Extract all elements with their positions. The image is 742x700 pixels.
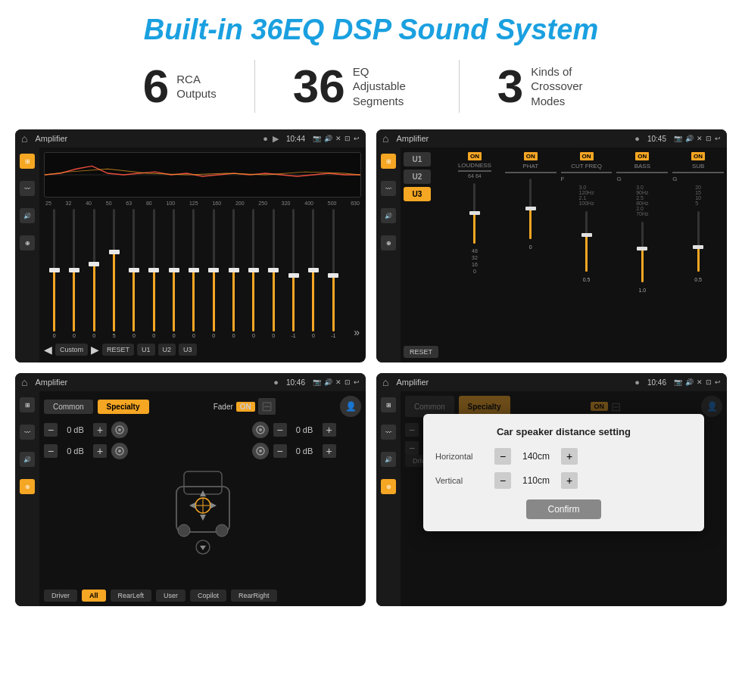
eq-custom-btn[interactable]: Custom — [55, 344, 88, 356]
cross-balance-icon[interactable]: ⊕ — [381, 235, 396, 250]
loudness-on-badge[interactable]: ON — [468, 152, 482, 160]
eq-next-arrow[interactable]: » — [344, 326, 360, 338]
fader-copilot-btn[interactable]: Copilot — [190, 590, 226, 602]
dist-close-icon[interactable]: ✕ — [697, 378, 703, 386]
eq-balance-icon[interactable]: ⊕ — [20, 235, 35, 250]
eq-u3-btn[interactable]: U3 — [179, 344, 197, 356]
bass-on-badge[interactable]: ON — [635, 152, 649, 160]
eq-slider-14[interactable]: -1 — [325, 209, 342, 338]
eq-back-icon[interactable]: ↩ — [354, 135, 360, 142]
modal-horizontal-minus[interactable]: − — [494, 448, 511, 465]
fader-profile-icon[interactable]: 👤 — [340, 396, 361, 417]
dist-filter-icon[interactable]: ⊞ — [381, 397, 396, 412]
eq-slider-5[interactable]: 0 — [145, 209, 163, 338]
eq-close-icon[interactable]: ✕ — [335, 135, 341, 142]
fader-user-btn[interactable]: User — [156, 590, 186, 602]
dist-profile-icon[interactable]: 👤 — [701, 396, 722, 417]
fader-fl-plus[interactable]: + — [93, 423, 107, 437]
fader-common-tab[interactable]: Common — [44, 400, 93, 414]
bass-slider[interactable] — [641, 222, 644, 282]
fader-rearleft-btn[interactable]: RearLeft — [111, 590, 152, 602]
cross-speaker-icon[interactable]: 🔊 — [381, 208, 396, 223]
cross-u3-btn[interactable]: U3 — [404, 187, 431, 201]
fader-home-icon[interactable]: ⌂ — [21, 376, 27, 388]
phat-slider[interactable] — [529, 179, 532, 239]
dist-on-badge[interactable]: ON — [591, 402, 609, 411]
fader-back-icon[interactable]: ↩ — [354, 378, 360, 386]
fader-rearright-btn[interactable]: RearRight — [231, 590, 277, 602]
eq-slider-8[interactable]: 0 — [205, 209, 223, 338]
dist-slider-icon[interactable]: ⊟ — [611, 400, 621, 414]
eq-reset-btn[interactable]: RESET — [102, 344, 134, 356]
eq-u1-btn[interactable]: U1 — [137, 344, 155, 356]
eq-sidebar: ⊞ 〰 🔊 ⊕ — [15, 148, 39, 362]
sub-slider[interactable] — [697, 211, 700, 272]
dist-home-icon[interactable]: ⌂ — [382, 376, 388, 388]
fader-rl-minus[interactable]: − — [44, 444, 58, 458]
fader-on-area: Fader ON ⊟ — [214, 398, 276, 415]
cross-reset-btn[interactable]: RESET — [404, 346, 438, 358]
eq-prev-btn[interactable]: ◀ — [44, 344, 52, 356]
cross-wave-icon[interactable]: 〰 — [381, 181, 396, 196]
modal-vertical-minus[interactable]: − — [494, 472, 511, 489]
dist-back-icon[interactable]: ↩ — [715, 378, 721, 386]
fader-fr-minus[interactable]: − — [273, 423, 287, 437]
fader-fr-plus[interactable]: + — [323, 423, 336, 437]
fader-balance-icon[interactable]: ⊕ — [20, 479, 35, 494]
fader-close-icon[interactable]: ✕ — [335, 378, 341, 386]
eq-slider-3[interactable]: 5 — [105, 209, 123, 338]
modal-confirm-button[interactable]: Confirm — [526, 499, 600, 519]
dist-ch2-minus[interactable]: − — [405, 441, 419, 455]
eq-slider-9[interactable]: 0 — [225, 209, 242, 338]
eq-u2-btn[interactable]: U2 — [158, 344, 176, 356]
eq-slider-7[interactable]: 0 — [185, 209, 202, 338]
loudness-slider[interactable] — [473, 183, 475, 244]
cross-u1-btn[interactable]: U1 — [404, 152, 431, 166]
cross-u2-btn[interactable]: U2 — [404, 170, 431, 184]
fader-all-btn[interactable]: All — [82, 590, 106, 602]
cross-filter-icon[interactable]: ⊞ — [381, 154, 396, 169]
modal-vertical-plus[interactable]: + — [561, 472, 578, 489]
fader-on-badge[interactable]: ON — [236, 402, 255, 412]
fader-fl-minus[interactable]: − — [44, 423, 58, 437]
modal-horizontal-plus[interactable]: + — [561, 448, 578, 465]
eq-slider-11[interactable]: 0 — [265, 209, 282, 338]
dist-status-bar: ⌂ Amplifier ● 10:46 📷 🔊 ✕ ⊡ ↩ — [376, 373, 727, 391]
cutfreq-slider[interactable] — [585, 211, 588, 272]
eq-slider-0[interactable]: 0 — [45, 209, 63, 338]
fader-specialty-tab[interactable]: Specialty — [98, 400, 149, 414]
eq-filter-icon[interactable]: ⊞ — [20, 154, 35, 169]
fader-speaker-icon[interactable]: 🔊 — [20, 452, 35, 467]
fader-slider-icon[interactable]: ⊟ — [258, 398, 276, 415]
fader-filter-icon[interactable]: ⊞ — [20, 397, 35, 412]
eq-home-icon[interactable]: ⌂ — [21, 132, 27, 145]
eq-speaker-icon[interactable]: 🔊 — [20, 208, 35, 223]
fader-rr-plus[interactable]: + — [323, 444, 336, 458]
eq-slider-12[interactable]: -1 — [285, 209, 302, 338]
dist-speaker-icon[interactable]: 🔊 — [381, 452, 396, 467]
fader-wave-icon[interactable]: 〰 — [20, 425, 35, 440]
cross-close-icon[interactable]: ✕ — [697, 135, 703, 142]
cutfreq-on-badge[interactable]: ON — [580, 152, 594, 160]
modal-horizontal-value: 140cm — [517, 451, 555, 462]
eq-slider-2[interactable]: 0 — [86, 209, 103, 338]
dist-ch1-minus[interactable]: − — [405, 423, 419, 437]
eq-slider-4[interactable]: 0 — [125, 209, 142, 338]
eq-slider-6[interactable]: 0 — [165, 209, 182, 338]
modal-vertical-value: 110cm — [517, 475, 555, 486]
phat-on-badge[interactable]: ON — [524, 152, 538, 160]
fader-rl-plus[interactable]: + — [93, 444, 107, 458]
fader-driver-btn[interactable]: Driver — [44, 590, 77, 602]
dist-wave-icon[interactable]: 〰 — [381, 425, 396, 440]
eq-slider-13[interactable]: 0 — [304, 209, 322, 338]
fader-rl-row: − 0 dB + — [44, 443, 154, 459]
eq-slider-1[interactable]: 0 — [65, 209, 83, 338]
dist-balance-icon[interactable]: ⊕ — [381, 479, 396, 494]
eq-slider-10[interactable]: 0 — [245, 209, 262, 338]
fader-rr-minus[interactable]: − — [273, 444, 287, 458]
sub-on-badge[interactable]: ON — [691, 152, 705, 160]
cross-back-icon[interactable]: ↩ — [715, 135, 721, 142]
eq-wave-icon[interactable]: 〰 — [20, 181, 35, 196]
cross-home-icon[interactable]: ⌂ — [382, 132, 388, 145]
eq-next-btn[interactable]: ▶ — [91, 344, 99, 356]
